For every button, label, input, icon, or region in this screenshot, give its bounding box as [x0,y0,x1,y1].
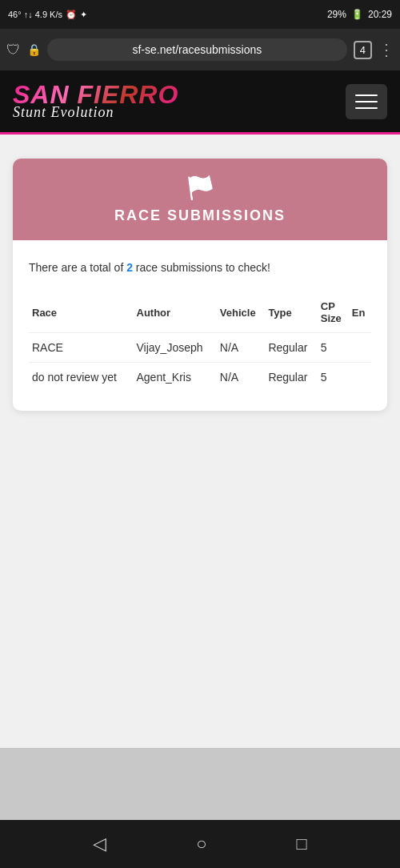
cell-vehicle-0: N/A [217,333,266,363]
cell-author-1: Agent_Kris [134,363,217,392]
summary-count: 2 [126,261,133,274]
race-flag-icon: 🏁 [29,175,371,201]
status-left: 46° ↑↓ 4.9 K/s ⏰ ✦ [8,10,87,20]
card-header-title: RACE SUBMISSIONS [29,207,371,224]
col-race: Race [29,295,134,333]
gray-section [0,748,400,820]
submissions-card: 🏁 RACE SUBMISSIONS There are a total of … [13,159,387,411]
col-vehicle: Vehicle [217,295,266,333]
hamburger-line-1 [355,94,378,96]
cell-type-1: Regular [265,363,317,392]
browser-bar: 🛡 🔒 sf-se.net/racesubmissions 4 ⋮ [0,29,400,70]
site-header: SAN FIERRO Stunt Evolution [0,70,400,135]
col-en: En [349,295,371,333]
time-text: 20:29 [368,9,392,20]
col-cp-size: CPSize [318,295,349,333]
home-button[interactable]: ○ [196,834,206,854]
cell-vehicle-1: N/A [217,363,266,392]
cell-en-1 [349,363,371,392]
col-type: Type [265,295,317,333]
cell-cpsize-0: 5 [318,333,349,363]
summary-text: There are a total of 2 race submissions … [29,259,371,276]
submissions-table: Race Author Vehicle Type CPSize En RACE … [29,295,371,392]
table-header-row: Race Author Vehicle Type CPSize En [29,295,371,333]
battery-text: 29% [327,9,346,20]
lock-icon: 🔒 [27,43,41,56]
site-logo: SAN FIERRO Stunt Evolution [13,82,178,121]
cell-en-0 [349,333,371,363]
status-bar: 46° ↑↓ 4.9 K/s ⏰ ✦ 29% 🔋 20:29 [0,0,400,29]
url-text: sf-se.net/racesubmissions [132,43,262,56]
tab-count[interactable]: 4 [354,41,372,59]
hamburger-line-3 [355,107,378,109]
card-body: There are a total of 2 race submissions … [13,240,387,411]
col-author: Author [134,295,217,333]
logo-stunt-evolution: Stunt Evolution [13,104,178,121]
bottom-nav: ◁ ○ □ [0,820,400,868]
bluetooth-icon: ✦ [80,10,87,20]
back-button[interactable]: ◁ [93,834,106,854]
recent-button[interactable]: □ [297,834,307,854]
card-header: 🏁 RACE SUBMISSIONS [13,159,387,240]
table-row: do not review yet Agent_Kris N/A Regular… [29,363,371,392]
status-right: 29% 🔋 20:29 [327,9,392,20]
cell-type-0: Regular [265,333,317,363]
cell-race-0: RACE [29,333,134,363]
page-content: SAN FIERRO Stunt Evolution 🏁 RACE SUBMIS… [0,70,400,820]
hamburger-line-2 [355,101,378,102]
alarm-icon: ⏰ [66,10,77,20]
table-row: RACE Vijay_Joseph N/A Regular 5 [29,333,371,363]
main-area: 🏁 RACE SUBMISSIONS There are a total of … [0,135,400,748]
cell-author-0: Vijay_Joseph [134,333,217,363]
cell-cpsize-1: 5 [318,363,349,392]
hamburger-menu-button[interactable] [346,84,387,119]
battery-icon: 🔋 [351,9,363,20]
signal-icon: 46° ↑↓ 4.9 K/s [8,10,62,19]
url-bar[interactable]: sf-se.net/racesubmissions [47,38,347,61]
cell-race-1: do not review yet [29,363,134,392]
shield-icon: 🛡 [6,42,21,58]
browser-menu-icon[interactable]: ⋮ [378,40,394,59]
